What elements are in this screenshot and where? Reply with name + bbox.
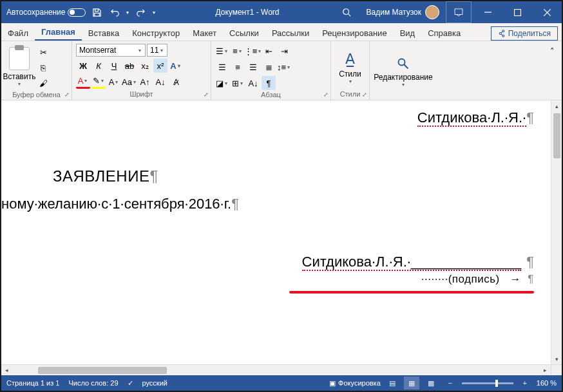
ribbon: Вставить ▾ ✂ ⎘ 🖌 Буфер обмена ⤢ Montserr…	[1, 41, 562, 100]
page-indicator[interactable]: Страница 1 из 1	[6, 379, 59, 387]
editing-button[interactable]: Редактирование ▾	[374, 44, 433, 98]
italic-button[interactable]: К	[91, 59, 106, 73]
bold-button[interactable]: Ж	[76, 59, 90, 73]
vertical-scrollbar[interactable]: ▴ ▾	[551, 100, 562, 375]
decrease-indent-button[interactable]: ⇤	[262, 44, 276, 58]
save-button[interactable]	[88, 4, 105, 21]
paste-button[interactable]: Вставить ▾	[5, 44, 33, 90]
svg-line-6	[404, 64, 408, 68]
undo-button[interactable]	[106, 4, 123, 21]
format-painter-button[interactable]: 🖌	[36, 76, 50, 90]
bullets-button[interactable]: ☰▾	[215, 44, 229, 58]
grow-font-button[interactable]: A↑	[138, 75, 152, 89]
cut-button[interactable]: ✂	[36, 45, 50, 59]
zoom-out-button[interactable]: −	[443, 377, 458, 389]
scroll-up-button[interactable]: ▴	[551, 100, 562, 111]
share-button[interactable]: Поделиться	[491, 26, 558, 41]
font-fill-button[interactable]: A▾	[107, 75, 121, 89]
doc-title: Документ1 - Word	[216, 8, 280, 17]
tab-references[interactable]: Ссылки	[223, 25, 265, 41]
multilevel-button[interactable]: ⋮≡▾	[246, 44, 260, 58]
styles-button[interactable]: A̲ Стили ▾	[335, 44, 365, 89]
close-button[interactable]	[532, 1, 562, 23]
undo-dropdown[interactable]: ▾	[124, 4, 131, 21]
copy-button[interactable]: ⎘	[36, 61, 50, 75]
svg-rect-4	[514, 9, 520, 15]
scroll-down-button[interactable]: ▾	[551, 353, 562, 364]
horizontal-scrollbar[interactable]: ◂ ▸	[1, 364, 551, 375]
group-styles: A̲ Стили ▾ Стили ⤢	[331, 41, 370, 100]
language-indicator[interactable]: русский	[142, 379, 167, 387]
collapse-ribbon-button[interactable]: ˄	[545, 44, 559, 58]
zoom-level[interactable]: 160 %	[537, 379, 557, 387]
borders-button[interactable]: ⊞▾	[231, 76, 245, 90]
user-name: Вадим Матузок	[367, 8, 421, 17]
align-right-button[interactable]: ☰	[246, 60, 260, 74]
show-marks-button[interactable]: ¶	[262, 76, 276, 90]
search-button[interactable]	[332, 1, 361, 23]
user-account[interactable]: Вадим Матузок	[361, 5, 444, 19]
read-mode-button[interactable]: ▤	[385, 377, 400, 389]
subscript-button[interactable]: x₂	[138, 59, 152, 73]
ribbon-tabs: Файл Главная Вставка Конструктор Макет С…	[1, 23, 562, 41]
maximize-button[interactable]	[502, 1, 532, 23]
focus-mode[interactable]: ▣ Фокусировка	[329, 379, 381, 387]
align-center-button[interactable]: ≡	[231, 60, 245, 74]
tab-review[interactable]: Рецензирование	[316, 25, 393, 41]
font-launcher[interactable]: ⤢	[204, 91, 209, 98]
font-color-button[interactable]: А▾	[76, 75, 90, 89]
increase-indent-button[interactable]: ⇥	[277, 44, 291, 58]
statusbar: Страница 1 из 1 Число слов: 29 ✓ русский…	[1, 375, 562, 391]
autosave-toggle[interactable]	[68, 8, 86, 17]
document-area: Ситдикова·Л.·Я.·¶ ЗАЯВЛЕНИЕ¶ ному·желани…	[1, 100, 562, 375]
clear-formatting-button[interactable]: A̷	[169, 75, 183, 89]
line-spacing-button[interactable]: ↕≡▾	[277, 60, 291, 74]
sort-button[interactable]: A↓	[246, 76, 260, 90]
align-left-button[interactable]: ☰	[215, 60, 229, 74]
clipboard-launcher[interactable]: ⤢	[64, 91, 70, 98]
tab-layout[interactable]: Макет	[186, 25, 223, 41]
text-effects-button[interactable]: A▾	[169, 59, 183, 73]
hscroll-thumb[interactable]	[38, 367, 167, 374]
styles-launcher[interactable]: ⤢	[362, 91, 367, 98]
tab-insert[interactable]: Вставка	[82, 25, 126, 41]
tab-view[interactable]: Вид	[394, 25, 422, 41]
web-layout-button[interactable]: ▩	[423, 377, 439, 389]
word-count[interactable]: Число слов: 29	[68, 379, 118, 387]
document-page[interactable]: Ситдикова·Л.·Я.·¶ ЗАЯВЛЕНИЕ¶ ному·желани…	[1, 100, 551, 364]
justify-button[interactable]: ≣	[262, 60, 276, 74]
scroll-left-button[interactable]: ◂	[1, 365, 12, 375]
paragraph-launcher[interactable]: ⤢	[323, 91, 329, 98]
page-nav-corner	[551, 364, 562, 375]
text-line: Ситдикова·Л.·Я.·______________¶	[302, 254, 534, 270]
underline-button[interactable]: Ч	[107, 59, 121, 73]
change-case-button[interactable]: Aa▾	[122, 75, 137, 89]
font-size-combo[interactable]: 11▾	[147, 44, 167, 57]
font-name-combo[interactable]: Montserrat▾	[76, 44, 146, 57]
highlight-button[interactable]: ✎▾	[91, 75, 106, 89]
tab-file[interactable]: Файл	[1, 25, 35, 41]
minimize-button[interactable]	[473, 1, 502, 23]
zoom-in-button[interactable]: +	[517, 377, 533, 389]
shrink-font-button[interactable]: A↓	[153, 75, 167, 89]
ribbon-display-options[interactable]	[446, 1, 472, 23]
find-icon	[397, 57, 410, 70]
tab-help[interactable]: Справка	[421, 25, 467, 41]
annotation-underline	[289, 291, 534, 294]
strikethrough-button[interactable]: ab	[122, 59, 137, 73]
tab-home[interactable]: Главная	[35, 24, 82, 41]
numbering-button[interactable]: ≡▾	[231, 44, 245, 58]
scroll-right-button[interactable]: ▸	[540, 365, 551, 375]
scroll-thumb[interactable]	[553, 113, 560, 158]
superscript-button[interactable]: x²	[153, 59, 167, 73]
tab-design[interactable]: Конструктор	[126, 25, 186, 41]
qat-customize[interactable]: ▾	[150, 4, 158, 21]
svg-point-5	[399, 59, 405, 66]
svg-point-0	[343, 9, 348, 15]
zoom-slider[interactable]	[462, 382, 513, 384]
shading-button[interactable]: ◪▾	[215, 76, 229, 90]
tab-mailings[interactable]: Рассылки	[265, 25, 316, 41]
redo-button[interactable]	[132, 4, 149, 21]
print-layout-button[interactable]: ▦	[404, 377, 419, 389]
spellcheck-icon[interactable]: ✓	[128, 379, 133, 387]
